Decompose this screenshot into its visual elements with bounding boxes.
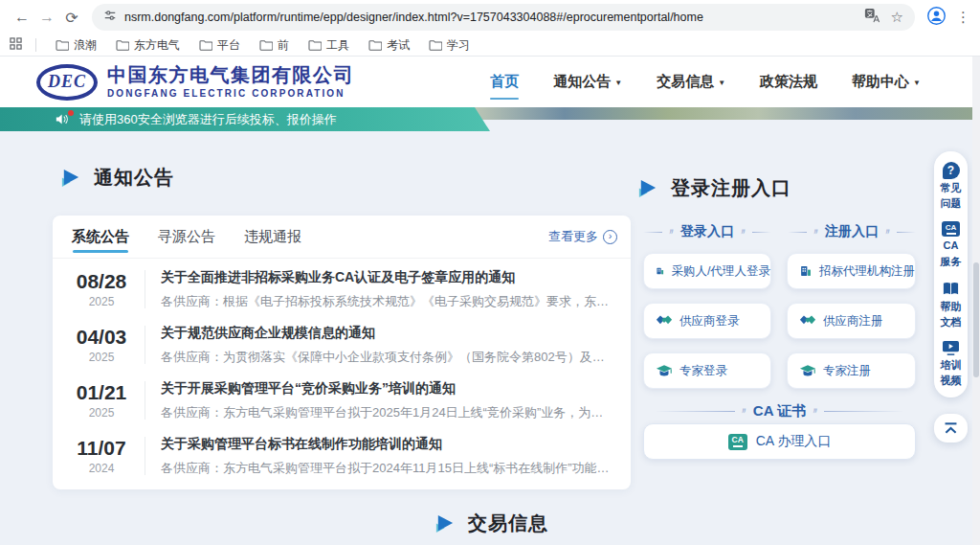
notice-date: 11/07: [72, 437, 131, 460]
site-header: DEC 中国东方电气集团有限公司 DONGFANG ELECTRIC CORPO…: [0, 57, 980, 107]
ca-icon: CA: [942, 221, 960, 237]
bookmark-folder[interactable]: 考试: [363, 35, 415, 56]
nav-policies[interactable]: 政策法规: [760, 73, 817, 91]
label-line: 常见: [941, 182, 962, 194]
bookmark-label: 东方电气: [134, 37, 180, 54]
notice-title[interactable]: 关于全面推进非招标采购业务CA认证及电子签章应用的通知: [161, 269, 612, 286]
bookmark-folder[interactable]: 工具: [302, 35, 355, 56]
reload-icon[interactable]: ⟳: [59, 5, 84, 30]
section-title: 通知公告: [94, 165, 174, 191]
bookmark-folder[interactable]: 学习: [423, 35, 476, 56]
notice-desc: 各供应商：根据《电子招标投标系统技术规范》《电子采购交易规范》要求，东方电气采购…: [161, 293, 612, 310]
label-line: 文档: [941, 316, 962, 329]
bookmark-label: 工具: [326, 37, 349, 54]
nav-home[interactable]: 首页: [490, 73, 519, 91]
announcement-banner: 请使用360安全浏览器进行后续投标、报价操作: [0, 107, 490, 131]
company-logo[interactable]: DEC 中国东方电气集团有限公司 DONGFANG ELECTRIC CORPO…: [36, 64, 354, 101]
nav-trade-info[interactable]: 交易信息 ▼: [657, 73, 725, 91]
label-line: 帮助: [941, 301, 962, 313]
tab-system-notices[interactable]: 系统公告: [72, 216, 129, 258]
ca-apply-button[interactable]: CA CA 办理入口: [643, 423, 916, 460]
hero-strip: 请使用360安全浏览器进行后续投标、报价操作: [0, 107, 980, 132]
back-icon[interactable]: ←: [10, 5, 34, 30]
tab-violation-reports[interactable]: 违规通报: [244, 216, 301, 258]
translate-icon[interactable]: [864, 8, 880, 27]
bidding-agency-register-button[interactable]: 招标代理机构注册: [787, 253, 916, 289]
screen: ← → ⟳ nsrm.dongfang.com/platform/runtime…: [0, 0, 980, 545]
notice-title[interactable]: 关于规范供应商企业规模信息的通知: [161, 325, 612, 342]
profile-avatar-icon[interactable]: [926, 6, 947, 30]
forward-icon[interactable]: →: [34, 5, 59, 30]
login-header-label: 登录入口: [680, 223, 734, 240]
supplier-login-button[interactable]: 供应商登录: [643, 303, 771, 339]
url-text[interactable]: nsrm.dongfang.com/platform/runtime/epp/d…: [124, 11, 857, 24]
chevron-down-icon: ▼: [614, 79, 622, 87]
book-icon: [942, 280, 960, 298]
buyer-agent-login-button[interactable]: 采购人/代理人登录: [643, 253, 771, 289]
notice-desc: 各供应商：东方电气采购管理平台拟于2025年1月24日上线“竞价采购”业务，为帮…: [161, 404, 612, 421]
folder-icon: [56, 39, 69, 51]
section-arrow-icon: [434, 512, 456, 534]
folder-icon: [259, 39, 273, 51]
notice-row[interactable]: 04/03 2025 关于规范供应商企业规模信息的通知 各供应商：为贯彻落实《保…: [72, 317, 612, 373]
notice-title[interactable]: 关于采购管理平台标书在线制作功能培训的通知: [161, 436, 612, 453]
button-label: 专家注册: [823, 363, 871, 379]
main-nav: 首页 通知公告 ▼ 交易信息 ▼ 政策法规 帮助中心 ▼: [490, 73, 921, 91]
register-header-label: 注册入口: [825, 223, 879, 240]
bookmark-folder[interactable]: 平台: [193, 35, 246, 56]
ca-service-button[interactable]: CA CA 服务: [941, 221, 962, 267]
folder-icon: [308, 39, 322, 51]
tab-sourcing-notices[interactable]: 寻源公告: [158, 216, 215, 258]
section-arrow-icon: [636, 177, 658, 199]
floating-sidebar: ? 常见 问题 CA CA 服务 帮助 文档 培训 视频: [934, 151, 968, 397]
video-icon: [942, 340, 960, 356]
training-videos-button[interactable]: 培训 视频: [941, 340, 962, 387]
notice-year: 2025: [72, 406, 131, 420]
apps-grid-icon[interactable]: [10, 36, 22, 54]
nav-label: 交易信息: [657, 73, 714, 91]
nav-help-center[interactable]: 帮助中心 ▼: [852, 73, 921, 91]
folder-icon: [199, 39, 212, 51]
section-title: 交易信息: [468, 511, 548, 536]
notice-date: 08/28: [72, 270, 131, 293]
button-label: 采购人/代理人登录: [672, 263, 770, 280]
notice-row[interactable]: 08/28 2025 关于全面推进非招标采购业务CA认证及电子签章应用的通知 各…: [72, 261, 612, 317]
divider: [35, 38, 36, 52]
nav-notices[interactable]: 通知公告 ▼: [553, 73, 622, 91]
login-section-header: 登录注册入口: [636, 175, 791, 201]
handshake-icon: [656, 312, 673, 329]
bookmark-star-icon[interactable]: ☆: [891, 9, 903, 26]
browser-actions: ⋮: [926, 6, 970, 30]
back-to-top-button[interactable]: [934, 414, 968, 443]
bookmark-folder[interactable]: 浪潮: [50, 35, 102, 56]
notice-row[interactable]: 11/07 2024 关于采购管理平台标书在线制作功能培训的通知 各供应商：东方…: [72, 428, 612, 484]
help-docs-button[interactable]: 帮助 文档: [941, 280, 962, 329]
browser-toolbar: ← → ⟳ nsrm.dongfang.com/platform/runtime…: [0, 0, 980, 34]
site-info-icon[interactable]: [103, 9, 117, 26]
expert-login-button[interactable]: 专家登录: [643, 352, 771, 389]
label-line: 服务: [941, 256, 962, 268]
bookmark-folder[interactable]: 前: [254, 35, 295, 56]
address-bar[interactable]: nsrm.dongfang.com/platform/runtime/epp/d…: [92, 4, 915, 31]
scrollbar-thumb[interactable]: [973, 262, 979, 377]
trade-section-header: 交易信息: [434, 511, 548, 536]
divider: [145, 381, 145, 420]
expert-register-button[interactable]: 专家注册: [787, 352, 916, 389]
chevron-down-icon: ▼: [913, 79, 921, 87]
bookmark-folder[interactable]: 东方电气: [110, 35, 186, 56]
button-label: 招标代理机构注册: [819, 263, 915, 280]
notice-title[interactable]: 关于开展采购管理平台“竞价采购业务”培训的通知: [161, 380, 612, 397]
divider: [145, 326, 145, 364]
notice-row[interactable]: 01/21 2025 关于开展采购管理平台“竞价采购业务”培训的通知 各供应商：…: [72, 373, 612, 428]
notice-date: 01/21: [72, 381, 131, 404]
scrollbar-track[interactable]: [972, 57, 980, 545]
ca-header-label: CA 证书: [753, 402, 806, 420]
view-more-link[interactable]: 查看更多 ›: [548, 228, 617, 245]
faq-button[interactable]: ? 常见 问题: [941, 162, 962, 210]
supplier-register-button[interactable]: 供应商注册: [787, 303, 916, 339]
graduation-cap-icon: [799, 362, 816, 379]
label-line: CA: [944, 239, 959, 252]
menu-dots-icon[interactable]: ⋮: [956, 9, 970, 26]
label-line: 问题: [941, 197, 962, 210]
bookmark-label: 平台: [217, 37, 240, 54]
